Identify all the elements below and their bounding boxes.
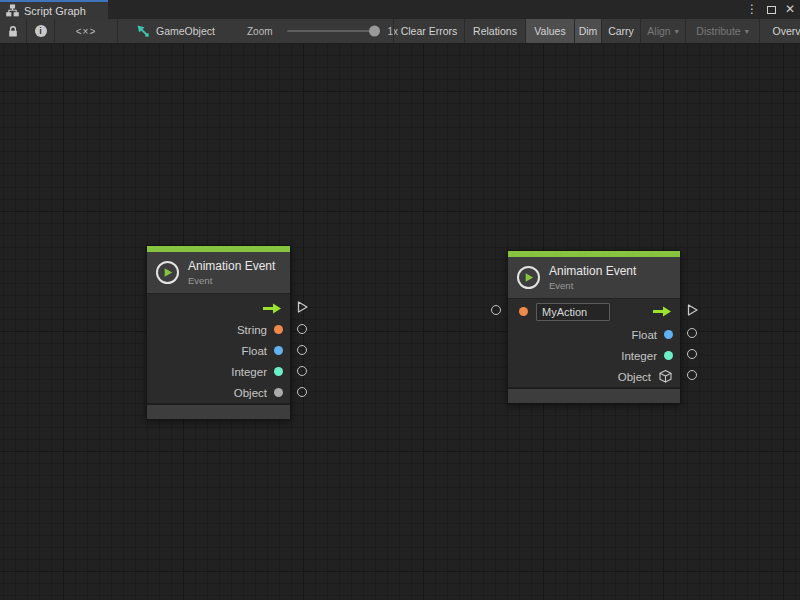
flow-output-port[interactable]	[296, 301, 309, 314]
integer-output-port[interactable]	[297, 366, 307, 376]
chevron-down-icon: ▾	[675, 27, 679, 36]
object-output-port[interactable]	[297, 387, 307, 397]
zoom-slider[interactable]	[287, 30, 379, 32]
cube-icon	[658, 369, 673, 384]
graph-target[interactable]: GameObject	[136, 19, 215, 43]
port-row-object: Object	[508, 366, 680, 387]
lock-icon	[7, 25, 19, 38]
node-box[interactable]: Animation Event Event String	[146, 245, 291, 419]
integer-output-port[interactable]	[687, 349, 697, 359]
object-output-port[interactable]	[687, 370, 697, 380]
flow-output-port[interactable]	[686, 304, 699, 317]
lock-button[interactable]	[0, 19, 27, 43]
node-header[interactable]: Animation Event Event	[508, 257, 680, 298]
integer-port-dot	[274, 367, 283, 376]
info-icon: i	[35, 25, 47, 37]
flow-arrow-icon	[651, 305, 673, 318]
graph-canvas[interactable]: Animation Event Event String	[0, 44, 800, 600]
flow-arrow-icon	[261, 302, 283, 315]
code-toggle-button[interactable]: <×>	[55, 19, 118, 43]
float-output-port[interactable]	[687, 328, 697, 338]
zoom-slider-thumb[interactable]	[369, 26, 380, 37]
string-output-port[interactable]	[297, 324, 307, 334]
graph-toolbar: i <×> GameObject Zoom 1x Clear	[0, 19, 800, 44]
chevron-down-icon: ▾	[745, 27, 749, 36]
integer-port-dot	[664, 351, 673, 360]
maximize-icon[interactable]	[767, 6, 776, 14]
node-title: Animation Event	[549, 264, 636, 278]
object-port-dot	[274, 388, 283, 397]
node-body: Float Integer Object	[508, 298, 680, 387]
node-box[interactable]: Animation Event Event	[507, 250, 681, 403]
graph-icon	[6, 4, 19, 17]
float-port-dot	[274, 346, 283, 355]
event-play-icon	[517, 266, 540, 289]
tab-bar: Script Graph ⋮ ✕	[0, 0, 800, 19]
port-row-float: Float	[147, 340, 290, 361]
code-icon: <×>	[76, 26, 97, 37]
port-row-flow	[147, 298, 290, 319]
toolbar-buttons: Clear Errors Relations Values Dim Carry …	[393, 19, 800, 43]
node-footer	[508, 387, 680, 403]
node-animation-event-2[interactable]: Animation Event Event	[507, 250, 681, 403]
menu-icon[interactable]: ⋮	[746, 0, 758, 19]
target-label: GameObject	[156, 25, 215, 37]
float-port-dot	[664, 330, 673, 339]
zoom-control: Zoom 1x	[247, 19, 398, 43]
script-graph-window: Script Graph ⋮ ✕ i <×>	[0, 0, 800, 600]
port-row-integer: Integer	[508, 345, 680, 366]
node-title: Animation Event	[188, 259, 275, 273]
float-output-port[interactable]	[297, 345, 307, 355]
close-icon[interactable]: ✕	[785, 0, 795, 19]
port-row-integer: Integer	[147, 361, 290, 382]
overview-button[interactable]: Overview	[759, 19, 800, 43]
carry-button[interactable]: Carry	[601, 19, 640, 43]
name-input-port-dot	[519, 307, 528, 316]
node-subtitle: Event	[188, 275, 275, 286]
port-row-float: Float	[508, 324, 680, 345]
clear-errors-button[interactable]: Clear Errors	[393, 19, 464, 43]
align-button[interactable]: Align ▾	[640, 19, 685, 43]
values-button[interactable]: Values	[525, 19, 574, 43]
distribute-button[interactable]: Distribute ▾	[685, 19, 759, 43]
window-controls: ⋮ ✕	[746, 0, 795, 19]
node-body: String Float Integer Object	[147, 293, 290, 403]
node-subtitle: Event	[549, 280, 636, 291]
zoom-label: Zoom	[247, 26, 273, 37]
relations-button[interactable]: Relations	[464, 19, 525, 43]
node-header[interactable]: Animation Event Event	[147, 252, 290, 293]
tab-title: Script Graph	[24, 5, 86, 17]
event-name-input[interactable]	[536, 303, 610, 321]
tab-script-graph[interactable]: Script Graph	[0, 0, 108, 19]
node-footer	[147, 403, 290, 419]
info-button[interactable]: i	[27, 19, 55, 43]
port-row-name-input	[508, 299, 680, 324]
flow-input-port[interactable]	[491, 305, 501, 315]
dim-button[interactable]: Dim	[574, 19, 601, 43]
string-port-dot	[274, 325, 283, 334]
port-row-object: Object	[147, 382, 290, 403]
node-animation-event-1[interactable]: Animation Event Event String	[146, 245, 291, 419]
script-machine-icon	[136, 24, 150, 38]
port-row-string: String	[147, 319, 290, 340]
event-play-icon	[156, 261, 179, 284]
